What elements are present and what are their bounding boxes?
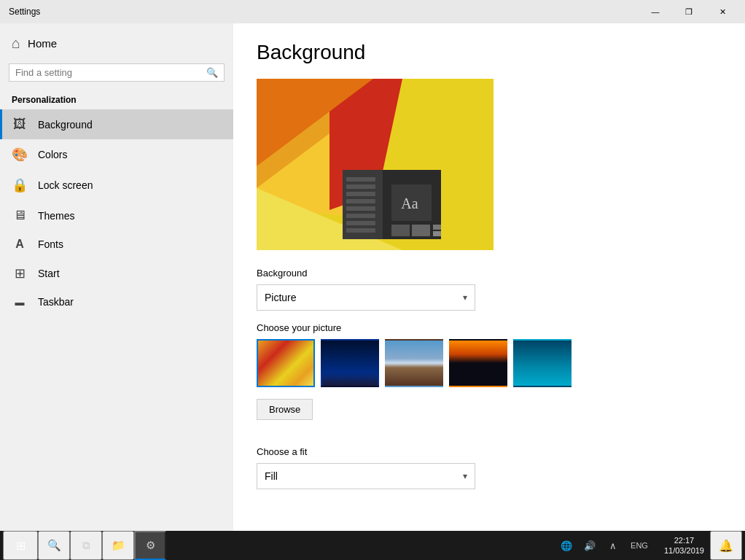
personalization-section-label: Personalization (0, 88, 233, 109)
fonts-icon: A (12, 238, 28, 251)
app-title: Settings (9, 7, 40, 17)
fit-dropdown-value: Fill (265, 470, 278, 482)
search-box[interactable]: 🔍 (9, 63, 225, 82)
sidebar-item-label: Themes (38, 210, 75, 222)
sidebar-item-label: Background (38, 119, 93, 131)
picture-grid (257, 339, 722, 387)
preview-svg: Aa (257, 79, 494, 250)
svg-rect-15 (346, 206, 375, 211)
choose-fit-label: Choose a fit (257, 446, 722, 457)
task-view-button[interactable]: ⧉ (70, 531, 102, 560)
start-button[interactable]: ⊞ (3, 531, 38, 560)
notification-button[interactable]: 🔔 (710, 531, 742, 560)
sidebar-item-lock-screen[interactable]: 🔒 Lock screen (0, 170, 233, 201)
browse-button[interactable]: Browse (257, 399, 313, 420)
svg-rect-17 (346, 221, 375, 225)
main-panel: Background (233, 23, 745, 531)
colors-icon: 🎨 (12, 147, 28, 163)
svg-rect-11 (346, 177, 375, 182)
restore-button[interactable]: ❒ (672, 0, 706, 23)
chevron-down-icon-fit: ▾ (463, 471, 467, 481)
picture-thumb-0[interactable] (257, 339, 315, 387)
sidebar-item-colors[interactable]: 🎨 Colors (0, 139, 233, 170)
file-explorer-button[interactable]: 📁 (102, 531, 134, 560)
svg-rect-16 (346, 214, 375, 218)
background-preview: Aa (257, 79, 494, 250)
choose-picture-label: Choose your picture (257, 322, 722, 333)
window-controls: — ❒ ✕ (639, 0, 739, 23)
taskbar-clock[interactable]: 22:17 11/03/2019 (658, 535, 710, 556)
background-field-label: Background (257, 268, 722, 279)
sidebar-item-start[interactable]: ⊞ Start (0, 258, 233, 289)
search-taskbar-button[interactable]: 🔍 (38, 531, 70, 560)
app-body: ⌂ Home 🔍 Personalization 🖼 Background 🎨 … (0, 23, 745, 531)
language-indicator[interactable]: ENG (626, 541, 652, 550)
taskbar-icon: ▬ (12, 297, 28, 308)
themes-icon: 🖥 (12, 208, 28, 223)
sidebar-item-label: Taskbar (38, 296, 74, 308)
sidebar-item-label: Fonts (38, 238, 63, 250)
background-dropdown[interactable]: Picture ▾ (257, 284, 475, 311)
svg-rect-24 (433, 225, 441, 230)
svg-rect-18 (346, 228, 375, 233)
svg-rect-23 (412, 225, 430, 236)
background-icon: 🖼 (12, 117, 28, 132)
picture-thumb-2[interactable] (385, 339, 443, 387)
svg-rect-25 (433, 231, 441, 236)
home-icon: ⌂ (12, 35, 20, 52)
taskbar-tray: 🌐 🔊 ∧ ENG (550, 531, 658, 560)
sidebar-item-label: Colors (38, 149, 67, 160)
svg-text:Aa: Aa (401, 195, 418, 211)
svg-rect-13 (346, 192, 375, 196)
home-nav-item[interactable]: ⌂ Home (0, 29, 233, 58)
svg-rect-22 (391, 225, 410, 236)
start-icon: ⊞ (12, 265, 28, 281)
svg-rect-14 (346, 199, 375, 203)
svg-rect-12 (346, 184, 375, 189)
clock-time: 22:17 (674, 535, 695, 545)
settings-taskbar-button[interactable]: ⚙ (134, 531, 166, 560)
sidebar-item-themes[interactable]: 🖥 Themes (0, 201, 233, 230)
background-dropdown-value: Picture (265, 292, 297, 303)
lock-icon: 🔒 (12, 177, 28, 193)
home-label: Home (28, 37, 57, 50)
fit-dropdown[interactable]: Fill ▾ (257, 463, 475, 489)
sidebar: ⌂ Home 🔍 Personalization 🖼 Background 🎨 … (0, 23, 233, 531)
network-tray-icon[interactable]: 🌐 (556, 531, 577, 560)
sidebar-item-label: Lock screen (38, 179, 93, 191)
page-title: Background (257, 41, 722, 64)
tray-overflow-icon[interactable]: ∧ (603, 531, 623, 560)
picture-thumb-4[interactable] (513, 339, 572, 387)
search-input[interactable] (15, 67, 206, 78)
clock-date: 11/03/2019 (664, 545, 704, 556)
picture-thumb-3[interactable] (449, 339, 507, 387)
sidebar-item-fonts[interactable]: A Fonts (0, 230, 233, 258)
title-bar: Settings — ❒ ✕ (0, 0, 745, 23)
taskbar: ⊞ 🔍 ⧉ 📁 ⚙ 🌐 🔊 ∧ ENG 22:17 11/03/2019 🔔 (0, 531, 745, 560)
sidebar-item-label: Start (38, 268, 60, 279)
sidebar-item-taskbar[interactable]: ▬ Taskbar (0, 289, 233, 315)
picture-thumb-1[interactable] (321, 339, 379, 387)
sidebar-item-background[interactable]: 🖼 Background (0, 109, 233, 139)
minimize-button[interactable]: — (639, 0, 672, 23)
speaker-tray-icon[interactable]: 🔊 (580, 531, 600, 560)
chevron-down-icon: ▾ (463, 292, 467, 303)
search-icon: 🔍 (206, 67, 218, 78)
close-button[interactable]: ✕ (706, 0, 739, 23)
